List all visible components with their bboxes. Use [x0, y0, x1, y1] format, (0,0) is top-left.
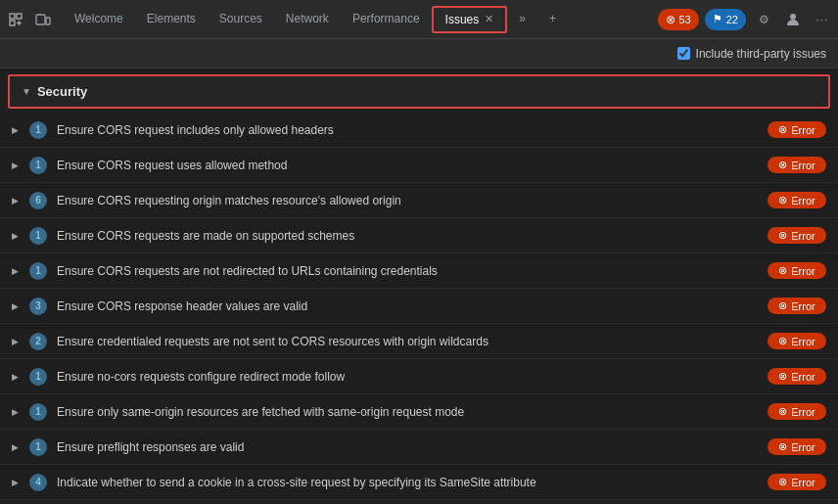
tab-network[interactable]: Network — [274, 0, 341, 38]
issue-count-badge: 1 — [29, 262, 47, 280]
issue-text: Ensure credentialed requests are not sen… — [57, 335, 768, 348]
warning-count-button[interactable]: ⚑ 22 — [705, 9, 746, 30]
error-label: Error — [791, 441, 815, 453]
issue-row[interactable]: ▶ 1 Ensure CORS request includes only al… — [0, 113, 838, 148]
security-section-header[interactable]: ▼ Security — [8, 74, 830, 109]
tab-welcome[interactable]: Welcome — [63, 0, 135, 38]
error-badge: ⊗ Error — [768, 262, 826, 279]
issue-row[interactable]: ▶ 6 Ensure CORS requesting origin matche… — [0, 183, 838, 218]
main-content: ▼ Security ▶ 1 Ensure CORS request inclu… — [0, 69, 838, 504]
toolbar-left-icons — [4, 8, 55, 31]
issue-count-badge: 6 — [29, 192, 47, 209]
error-label: Error — [791, 195, 815, 206]
issue-text: Ensure CORS requests are not redirected … — [57, 264, 768, 278]
add-tab-button[interactable]: + — [537, 0, 568, 38]
error-circle-icon: ⊗ — [778, 440, 787, 453]
issues-list: ▶ 1 Ensure CORS request includes only al… — [0, 113, 838, 500]
device-icon[interactable] — [31, 8, 55, 31]
issue-count-badge: 1 — [29, 403, 47, 421]
svg-point-7 — [790, 14, 796, 20]
error-badge: ⊗ Error — [768, 157, 826, 173]
error-count-button[interactable]: ⊗ 53 — [658, 9, 699, 30]
error-label: Error — [791, 477, 815, 488]
error-circle-icon: ⊗ — [778, 476, 787, 488]
row-expand-arrow-icon: ▶ — [12, 160, 22, 170]
issue-text: Ensure preflight responses are valid — [57, 440, 768, 454]
issue-count-badge: 3 — [29, 298, 47, 315]
issue-count-badge: 1 — [29, 368, 47, 386]
tab-issues[interactable]: Issues ✕ — [432, 6, 508, 33]
error-circle-icon: ⊗ — [778, 229, 787, 242]
error-badge: ⊗ Error — [768, 192, 826, 208]
error-label: Error — [791, 406, 815, 418]
row-expand-arrow-icon: ▶ — [12, 231, 22, 241]
issue-text: Indicate whether to send a cookie in a c… — [57, 476, 768, 489]
issue-row[interactable]: ▶ 3 Ensure CORS response header values a… — [0, 289, 838, 324]
row-expand-arrow-icon: ▶ — [12, 196, 22, 206]
issue-text: Ensure CORS requests are made on support… — [57, 229, 768, 243]
error-label: Error — [791, 371, 815, 383]
error-badge: ⊗ Error — [768, 121, 826, 138]
toolbar: Welcome Elements Sources Network Perform… — [0, 0, 838, 39]
third-party-checkbox-label[interactable]: Include third-party issues — [677, 47, 826, 61]
error-badge: ⊗ Error — [768, 298, 826, 314]
profile-button[interactable] — [781, 8, 805, 31]
more-tabs-button[interactable]: » — [507, 0, 537, 38]
error-circle-icon: ⊗ — [778, 335, 787, 347]
settings-button[interactable]: ⚙ — [752, 8, 775, 31]
issue-row[interactable]: ▶ 1 Ensure CORS requests are not redirec… — [0, 253, 838, 289]
error-circle-icon: ⊗ — [778, 194, 787, 206]
toolbar-right: ⊗ 53 ⚑ 22 ⚙ ··· — [658, 8, 835, 31]
row-expand-arrow-icon: ▶ — [12, 372, 22, 382]
issue-count-badge: 4 — [29, 474, 47, 491]
error-circle-icon: ⊗ — [778, 405, 787, 418]
error-circle-icon: ⊗ — [778, 159, 787, 171]
issue-text: Ensure only same-origin resources are fe… — [57, 405, 768, 419]
svg-rect-5 — [36, 15, 45, 24]
issue-text: Ensure CORS request includes only allowe… — [57, 123, 768, 137]
row-expand-arrow-icon: ▶ — [12, 125, 22, 135]
options-bar: Include third-party issues — [0, 39, 838, 69]
row-expand-arrow-icon: ▶ — [12, 266, 22, 276]
issue-row[interactable]: ▶ 1 Ensure CORS request uses allowed met… — [0, 148, 838, 183]
issue-text: Ensure no-cors requests configure redire… — [57, 370, 768, 384]
issue-row[interactable]: ▶ 1 Ensure CORS requests are made on sup… — [0, 218, 838, 253]
issue-row[interactable]: ▶ 1 Ensure preflight responses are valid… — [0, 430, 838, 465]
third-party-checkbox[interactable] — [677, 47, 690, 60]
issue-count-badge: 1 — [29, 438, 47, 456]
error-label: Error — [791, 230, 815, 242]
issue-count-badge: 1 — [29, 227, 47, 245]
error-badge: ⊗ Error — [768, 227, 826, 244]
tab-elements[interactable]: Elements — [135, 0, 208, 38]
issue-row[interactable]: ▶ 2 Ensure credentialed requests are not… — [0, 324, 838, 359]
row-expand-arrow-icon: ▶ — [12, 478, 22, 487]
issue-count-badge: 1 — [29, 121, 47, 139]
issue-text: Ensure CORS requesting origin matches re… — [57, 194, 768, 207]
error-label: Error — [791, 160, 815, 171]
error-circle-icon: ⊗ — [778, 264, 787, 277]
error-badge: ⊗ Error — [768, 474, 826, 490]
error-badge: ⊗ Error — [768, 368, 826, 385]
error-label: Error — [791, 336, 815, 347]
issue-row[interactable]: ▶ 1 Ensure no-cors requests configure re… — [0, 359, 838, 394]
error-label: Error — [791, 124, 815, 136]
row-expand-arrow-icon: ▶ — [12, 442, 22, 452]
issue-row[interactable]: ▶ 4 Indicate whether to send a cookie in… — [0, 465, 838, 500]
inspect-icon[interactable] — [4, 8, 27, 31]
error-circle-icon: ⊗ — [778, 299, 787, 312]
tab-performance[interactable]: Performance — [341, 0, 432, 38]
error-circle-icon: ⊗ — [666, 13, 675, 26]
error-circle-icon: ⊗ — [778, 370, 787, 383]
issue-row[interactable]: ▶ 1 Ensure only same-origin resources ar… — [0, 394, 838, 430]
section-title: Security — [37, 84, 87, 99]
tab-list: Welcome Elements Sources Network Perform… — [63, 0, 654, 38]
svg-rect-6 — [46, 18, 50, 24]
error-label: Error — [791, 300, 815, 312]
row-expand-arrow-icon: ▶ — [12, 301, 22, 311]
error-badge: ⊗ Error — [768, 403, 826, 420]
tab-sources[interactable]: Sources — [208, 0, 274, 38]
flag-icon: ⚑ — [713, 13, 722, 25]
error-circle-icon: ⊗ — [778, 123, 787, 136]
more-options-button[interactable]: ··· — [811, 8, 834, 31]
tab-close-icon[interactable]: ✕ — [485, 13, 493, 25]
